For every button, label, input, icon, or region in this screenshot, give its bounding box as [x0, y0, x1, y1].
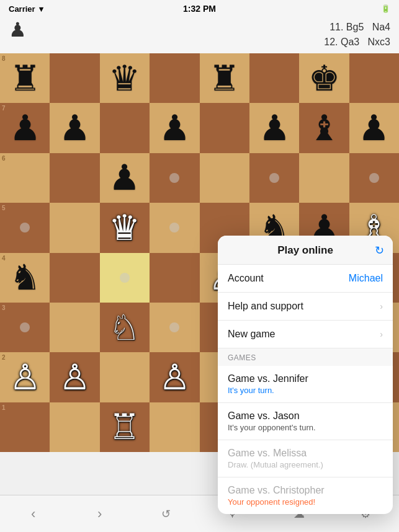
game-jason-subtitle: It's your opponent's turn. [228, 423, 383, 432]
status-bar: Carrier ▾ 1:32 PM 🔋 [0, 0, 399, 17]
popup-header: Play online ↻ [218, 236, 393, 265]
account-row[interactable]: Account Michael [218, 265, 393, 293]
carrier-label: Carrier [9, 4, 35, 14]
new-game-row[interactable]: New game › [218, 321, 393, 348]
refresh-button[interactable]: ↻ [375, 244, 384, 257]
game-jennifer-row[interactable]: Game vs. Jennifer It's your turn. [218, 366, 393, 403]
status-bar-left: Carrier ▾ [9, 4, 43, 14]
play-online-popup: Play online ↻ Account Michael Help and s… [218, 236, 393, 514]
time-label: 1:32 PM [183, 4, 216, 14]
wifi-icon: ▾ [39, 4, 43, 14]
game-melissa-row[interactable]: Game vs. Melissa Draw. (Mutual agreement… [218, 440, 393, 477]
game-christopher-row[interactable]: Game vs. Christopher Your opponent resig… [218, 477, 393, 514]
battery-icon: 🔋 [381, 4, 390, 13]
help-chevron-icon: › [380, 301, 383, 311]
game-jason-title: Game vs. Jason [228, 410, 383, 422]
new-game-label: New game [228, 329, 275, 340]
game-christopher-subtitle: Your opponent resigned! [228, 497, 383, 507]
game-jason-row[interactable]: Game vs. Jason It's your opponent's turn… [218, 403, 393, 440]
game-melissa-title: Game vs. Melissa [228, 448, 383, 459]
game-jennifer-title: Game vs. Jennifer [228, 373, 383, 384]
game-melissa-subtitle: Draw. (Mutual agreement.) [228, 460, 383, 469]
status-bar-right: 🔋 [381, 4, 390, 13]
help-support-label: Help and support [228, 301, 303, 312]
popup-title: Play online [277, 244, 333, 257]
help-support-row[interactable]: Help and support › [218, 293, 393, 321]
games-section-header: GAMES [218, 348, 393, 366]
new-game-chevron-icon: › [380, 329, 383, 339]
game-jennifer-subtitle: It's your turn. [228, 386, 383, 395]
game-christopher-title: Game vs. Christopher [228, 485, 383, 496]
account-label: Account [228, 273, 264, 284]
popup-overlay: Play online ↻ Account Michael Help and s… [0, 0, 399, 532]
account-value: Michael [349, 273, 383, 284]
